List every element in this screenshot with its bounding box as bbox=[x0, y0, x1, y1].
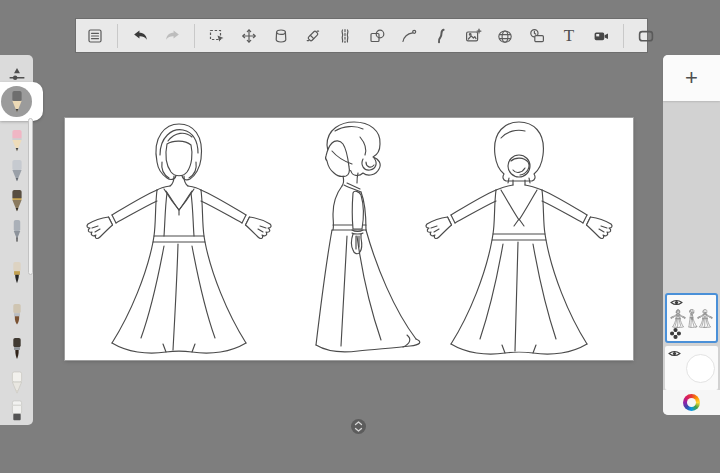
marker-icon bbox=[5, 398, 29, 424]
toolbar-divider bbox=[117, 24, 118, 48]
rect-select-button[interactable] bbox=[207, 26, 227, 46]
perspective-mesh-button[interactable] bbox=[495, 26, 515, 46]
move-icon bbox=[240, 27, 258, 45]
layer-visibility-icon[interactable] bbox=[668, 349, 681, 358]
layer-thumbnail bbox=[669, 309, 714, 329]
import-image-icon bbox=[464, 27, 482, 45]
toolbar-divider bbox=[623, 24, 624, 48]
import-image-button[interactable] bbox=[463, 26, 483, 46]
fill-icon bbox=[272, 27, 290, 45]
redo-button[interactable] bbox=[162, 26, 182, 46]
add-layer-glyph: + bbox=[685, 65, 698, 91]
canvas-drawing bbox=[65, 118, 633, 360]
frame-icon bbox=[637, 27, 655, 45]
curve-icon bbox=[400, 27, 418, 45]
layer-item-paper[interactable] bbox=[665, 346, 718, 390]
undo-icon bbox=[131, 26, 150, 45]
eraser-icon bbox=[304, 27, 322, 45]
color-wheel-row bbox=[663, 390, 720, 415]
redo-icon bbox=[163, 26, 182, 45]
figure-front bbox=[87, 124, 271, 353]
tool-settings-button[interactable] bbox=[4, 61, 29, 88]
menu-icon bbox=[86, 27, 104, 45]
canvas-page[interactable] bbox=[65, 118, 633, 360]
snapshot-button[interactable] bbox=[527, 26, 547, 46]
text-tool-icon: T bbox=[564, 27, 574, 44]
frame-button[interactable] bbox=[636, 26, 656, 46]
add-layer-button[interactable]: + bbox=[663, 55, 720, 101]
paper-color-swatch bbox=[686, 354, 715, 383]
symmetry-icon bbox=[336, 27, 354, 45]
pencil-icon bbox=[5, 89, 29, 115]
tool-settings-icon bbox=[5, 62, 29, 88]
collapse-expand-icon bbox=[354, 421, 363, 432]
text-tool-button[interactable]: T bbox=[559, 26, 579, 46]
undo-button[interactable] bbox=[130, 26, 150, 46]
tool-marker-button[interactable] bbox=[4, 397, 29, 424]
color-wheel-button[interactable] bbox=[683, 394, 700, 411]
camera-button[interactable] bbox=[591, 26, 611, 46]
brush-sidebar bbox=[0, 55, 33, 425]
perspective-mesh-icon bbox=[496, 27, 514, 45]
tool-pencil-button[interactable] bbox=[4, 88, 29, 115]
tool-ink-pen-button[interactable] bbox=[4, 157, 29, 184]
top-toolbar: T bbox=[75, 18, 648, 53]
eraser-pencil-icon bbox=[5, 128, 29, 154]
layer-item-sketch[interactable] bbox=[665, 293, 718, 343]
tool-round-brush-button[interactable] bbox=[4, 301, 29, 328]
tool-brush-pen-button[interactable] bbox=[4, 187, 29, 214]
camera-icon bbox=[592, 27, 610, 45]
fineliner-icon bbox=[5, 218, 29, 244]
tool-pastel-pencil-button[interactable] bbox=[4, 369, 29, 396]
layers-panel: + bbox=[663, 55, 720, 415]
shapes-button[interactable] bbox=[367, 26, 387, 46]
app-window: T bbox=[0, 0, 720, 473]
shapes-icon bbox=[368, 27, 386, 45]
tool-pointed-brush-button[interactable] bbox=[4, 335, 29, 362]
tool-eraser-pencil-button[interactable] bbox=[4, 127, 29, 154]
brush-pen-icon bbox=[5, 188, 29, 214]
round-brush-icon bbox=[5, 302, 29, 328]
tool-fineliner-button[interactable] bbox=[4, 217, 29, 244]
snapshot-icon bbox=[528, 27, 546, 45]
stroke-button[interactable] bbox=[431, 26, 451, 46]
move-button[interactable] bbox=[239, 26, 259, 46]
sidebar-scrollbar[interactable] bbox=[28, 118, 33, 275]
layer-visibility-icon[interactable] bbox=[670, 298, 683, 307]
pastel-pencil-icon bbox=[5, 370, 29, 396]
curve-button[interactable] bbox=[399, 26, 419, 46]
liner-brush-icon bbox=[5, 260, 29, 286]
symmetry-button[interactable] bbox=[335, 26, 355, 46]
toolbar-visibility-toggle[interactable] bbox=[351, 419, 366, 434]
rect-select-icon bbox=[208, 27, 226, 45]
figure-side bbox=[316, 122, 420, 352]
stroke-icon bbox=[432, 27, 450, 45]
figure-back bbox=[426, 122, 612, 354]
pointed-brush-icon bbox=[5, 336, 29, 362]
fill-button[interactable] bbox=[271, 26, 291, 46]
menu-button[interactable] bbox=[85, 26, 105, 46]
toolbar-divider bbox=[194, 24, 195, 48]
layer-actions-icon[interactable] bbox=[670, 328, 681, 339]
ink-pen-icon bbox=[5, 158, 29, 184]
eraser-button[interactable] bbox=[303, 26, 323, 46]
tool-liner-brush-button[interactable] bbox=[4, 259, 29, 286]
